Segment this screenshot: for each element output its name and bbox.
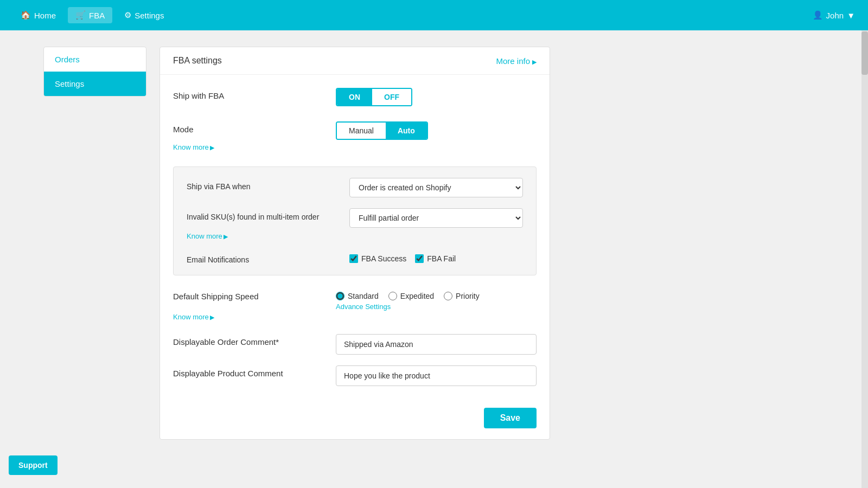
know-more-text: Know more — [173, 143, 209, 151]
ship-via-label: Ship via FBA when — [187, 178, 349, 191]
fba-success-label[interactable]: FBA Success — [349, 254, 406, 263]
nav-fba[interactable]: 🛒 FBA — [68, 7, 112, 23]
nav-home-label: Home — [34, 11, 56, 20]
auto-settings-box: Ship via FBA when Order is created on Sh… — [173, 166, 537, 275]
panel-body: Ship with FBA ON OFF Mode — [160, 75, 550, 399]
email-checkbox-group: FBA Success FBA Fail — [349, 251, 523, 263]
invalid-sku-select[interactable]: Fulfill partial order Cancel entire orde… — [349, 208, 523, 228]
mode-row: Mode Manual Auto Know more — [173, 121, 537, 151]
product-comment-control — [336, 365, 537, 386]
main-panel: FBA settings More info Ship with FBA ON … — [159, 47, 550, 472]
mode-label: Mode — [173, 121, 336, 134]
ship-with-fba-row: Ship with FBA ON OFF — [173, 88, 537, 106]
shipping-radio-group: Standard Expedited Priority — [336, 288, 537, 300]
product-comment-row: Displayable Product Comment — [173, 365, 537, 386]
email-notif-label: Email Notifications — [187, 251, 349, 264]
order-comment-row: Displayable Order Comment* — [173, 334, 537, 355]
nav-user[interactable]: 👤 John ▼ — [813, 10, 855, 20]
radio-expedited-text: Expedited — [400, 292, 434, 300]
fba-success-checkbox[interactable] — [349, 254, 358, 263]
order-comment-input[interactable] — [336, 334, 537, 355]
sidebar-item-orders[interactable]: Orders — [44, 47, 146, 72]
cart-icon: 🛒 — [75, 10, 86, 20]
more-info-text: More info — [496, 56, 530, 66]
invalid-sku-control: Fulfill partial order Cancel entire orde… — [349, 208, 523, 228]
ship-fba-toggle: ON OFF — [336, 88, 412, 106]
fba-success-text: FBA Success — [361, 254, 406, 263]
shipping-know-more-link[interactable]: Know more — [173, 313, 214, 321]
order-comment-control — [336, 334, 537, 355]
sidebar-item-settings[interactable]: Settings — [44, 72, 146, 96]
shipping-speed-label-text: Default Shipping Speed — [173, 292, 336, 301]
product-comment-input[interactable] — [336, 365, 537, 386]
advance-settings-link[interactable]: Advance Settings — [336, 303, 537, 311]
mode-manual-button[interactable]: Manual — [337, 123, 386, 139]
know-more-chevron — [210, 143, 214, 151]
invalid-sku-label-text: Invalid SKU(s) found in multi-item order — [187, 213, 319, 221]
navbar: 🏠 Home 🛒 FBA ⚙ Settings 👤 John ▼ — [0, 0, 868, 30]
invalid-sku-know-more-text: Know more — [187, 232, 222, 240]
fba-settings-card: FBA settings More info Ship with FBA ON … — [159, 47, 550, 440]
sidebar-orders-label: Orders — [55, 55, 80, 64]
page-body: Orders Settings FBA settings More info S… — [0, 30, 868, 488]
shipping-speed-control: Standard Expedited Priority — [336, 288, 537, 311]
nav-user-label: John — [826, 11, 844, 20]
mode-know-more-link[interactable]: Know more — [173, 143, 214, 151]
radio-expedited-label[interactable]: Expedited — [388, 292, 434, 300]
chevron-right-icon — [532, 56, 537, 66]
advance-settings-text: Advance Settings — [336, 303, 391, 311]
product-comment-label: Displayable Product Comment — [173, 365, 336, 378]
scrollbar-thumb[interactable] — [861, 31, 868, 75]
panel-header: FBA settings More info — [160, 47, 550, 75]
chevron-down-icon: ▼ — [847, 11, 855, 20]
mode-auto-button[interactable]: Auto — [386, 123, 427, 139]
shipping-know-more-text: Know more — [173, 313, 209, 321]
toggle-on-button[interactable]: ON — [337, 89, 372, 105]
support-button[interactable]: Support — [9, 455, 58, 475]
shipping-speed-label: Default Shipping Speed — [173, 288, 336, 301]
panel-title: FBA settings — [173, 56, 222, 66]
toggle-off-button[interactable]: OFF — [372, 89, 411, 105]
nav-settings-label: Settings — [135, 11, 164, 20]
mode-control: Manual Auto — [336, 121, 537, 140]
user-icon: 👤 — [813, 10, 823, 20]
ship-via-select[interactable]: Order is created on Shopify Order is pai… — [349, 178, 523, 197]
ship-via-control: Order is created on Shopify Order is pai… — [349, 178, 523, 197]
gear-icon: ⚙ — [124, 10, 131, 20]
email-notif-control: FBA Success FBA Fail — [349, 251, 523, 263]
nav-fba-label: FBA — [89, 11, 105, 20]
radio-standard-text: Standard — [348, 292, 379, 300]
ship-fba-control: ON OFF — [336, 88, 537, 106]
invalid-sku-row: Invalid SKU(s) found in multi-item order… — [187, 208, 523, 240]
save-button[interactable]: Save — [484, 408, 537, 428]
order-comment-label: Displayable Order Comment* — [173, 334, 336, 346]
fba-fail-checkbox[interactable] — [415, 254, 424, 263]
invalid-sku-label: Invalid SKU(s) found in multi-item order — [187, 208, 349, 221]
home-icon: 🏠 — [21, 10, 31, 20]
radio-expedited[interactable] — [388, 292, 397, 300]
radio-standard-label[interactable]: Standard — [336, 292, 379, 300]
invalid-sku-chevron — [224, 232, 228, 240]
invalid-sku-know-more[interactable]: Know more — [187, 232, 228, 240]
shipping-speed-row: Default Shipping Speed Standard Ex — [173, 288, 537, 321]
nav-settings[interactable]: ⚙ Settings — [117, 7, 171, 23]
mode-toggle: Manual Auto — [336, 121, 428, 140]
email-notif-row: Email Notifications FBA Success FBA Fail — [187, 251, 523, 264]
sidebar-settings-label: Settings — [55, 79, 84, 88]
fba-fail-text: FBA Fail — [427, 254, 456, 263]
scrollbar-track[interactable] — [861, 30, 868, 488]
mode-label-text: Mode — [173, 125, 194, 134]
shipping-know-more-chevron — [210, 313, 214, 321]
nav-left: 🏠 Home 🛒 FBA ⚙ Settings — [13, 7, 171, 23]
radio-standard[interactable] — [336, 292, 344, 300]
nav-home[interactable]: 🏠 Home — [13, 7, 63, 23]
radio-priority-label[interactable]: Priority — [444, 292, 480, 300]
fba-fail-label[interactable]: FBA Fail — [415, 254, 456, 263]
save-row: Save — [160, 399, 550, 439]
ship-via-row: Ship via FBA when Order is created on Sh… — [187, 178, 523, 197]
radio-priority-text: Priority — [456, 292, 480, 300]
sidebar: Orders Settings — [43, 47, 146, 97]
more-info-link[interactable]: More info — [496, 56, 537, 66]
radio-priority[interactable] — [444, 292, 452, 300]
ship-fba-label: Ship with FBA — [173, 88, 336, 100]
